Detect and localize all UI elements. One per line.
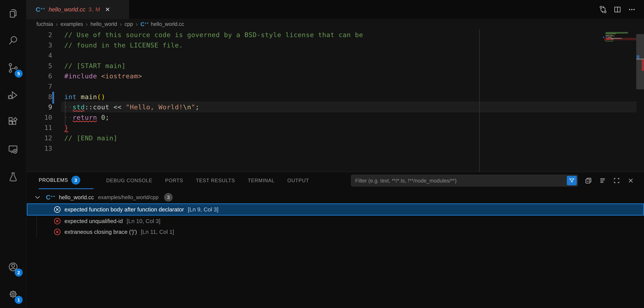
minimap-line	[604, 40, 606, 40]
breadcrumb-item-fuchsia[interactable]: fuchsia	[36, 21, 53, 27]
code-token: <iostream>	[101, 72, 142, 80]
code-line[interactable]: 9··std::cout << "Hello, World!\n";	[26, 102, 610, 112]
activity-item-search[interactable]	[0, 27, 26, 54]
activity-badge: 1	[15, 296, 23, 304]
file-name: hello_world.cc	[59, 194, 94, 200]
error-icon	[54, 206, 61, 213]
panel-tab-test-results[interactable]: TEST RESULTS	[196, 172, 235, 189]
view-as-list-icon[interactable]	[599, 177, 606, 184]
problem-row[interactable]: extraneous closing brace ('}')[Ln 11, Co…	[27, 227, 644, 237]
problem-message: expected function body after function de…	[64, 206, 184, 213]
minimap-line	[611, 39, 613, 40]
code-line[interactable]: 4	[26, 50, 610, 60]
debug-icon	[8, 90, 18, 101]
code-token: // Use of this source code is governed b…	[64, 31, 363, 38]
code-line[interactable]: 5// [START main]	[26, 60, 610, 71]
maximize-panel-icon[interactable]	[613, 177, 620, 184]
code-line[interactable]: 3// found in the LICENSE file.	[26, 40, 610, 50]
activity-item-settings[interactable]: 1	[0, 281, 26, 308]
breadcrumb-item-hello-world[interactable]: hello_world	[90, 21, 117, 27]
code-token: // [END main]	[64, 134, 118, 142]
minimap-line	[606, 32, 628, 33]
panel-tab-label: TEST RESULTS	[196, 178, 235, 184]
activity-item-remote-explorer[interactable]	[0, 136, 26, 164]
panel-tab-debug-console[interactable]: DEBUG CONSOLE	[106, 172, 152, 189]
panel-tab-label: DEBUG CONSOLE	[106, 178, 152, 184]
code-line-content: ··std::cout << "Hello, World!\n";	[64, 102, 200, 112]
filter-icon[interactable]	[567, 176, 577, 185]
code-token	[97, 72, 101, 80]
code-token	[110, 103, 114, 111]
code-token: int	[64, 93, 77, 100]
panel-tab-ports[interactable]: PORTS	[165, 172, 183, 189]
code-token: // [START main]	[64, 62, 126, 70]
gutter-line-number: 9	[26, 102, 52, 112]
minimap-line	[606, 36, 609, 36]
activity-item-source-control[interactable]: 5	[0, 54, 26, 82]
open-changes-icon[interactable]	[599, 6, 607, 14]
collapse-all-icon[interactable]	[585, 177, 592, 184]
code-line[interactable]: 2// Use of this source code is governed …	[26, 30, 610, 40]
file-path: examples/hello_world/cpp	[98, 194, 158, 200]
problem-row[interactable]: expected function body after function de…	[27, 204, 644, 216]
activity-bar-bottom: 21	[0, 254, 26, 308]
breadcrumb: fuchsia›examples›hello_world›cpp›C++hell…	[26, 19, 644, 29]
code-token: \n	[183, 103, 191, 111]
code-line[interactable]: 8int main()	[26, 92, 610, 102]
code-line[interactable]: 13	[26, 143, 610, 154]
code-line[interactable]: 12// [END main]	[26, 133, 610, 143]
files-icon	[8, 8, 18, 19]
code-line[interactable]: 10··return 0;	[26, 112, 610, 122]
problem-location: [Ln 10, Col 3]	[127, 218, 160, 224]
breadcrumb-item-examples[interactable]: examples	[60, 21, 83, 27]
gutter-line-number: 5	[26, 60, 52, 71]
activity-item-extensions[interactable]	[0, 109, 26, 136]
gutter-line-number: 13	[26, 143, 52, 154]
filter-input[interactable]	[355, 175, 549, 186]
error-squiggle-token: std	[72, 102, 85, 112]
close-panel-icon[interactable]	[627, 177, 634, 184]
split-editor-icon[interactable]	[614, 6, 621, 14]
code-line[interactable]: 7	[26, 81, 610, 92]
chevron-down-icon[interactable]	[34, 194, 41, 200]
code-line[interactable]: 6#include <iostream>	[26, 71, 610, 81]
cpp-file-icon: C++	[46, 194, 56, 200]
more-actions-icon[interactable]	[628, 6, 636, 14]
activity-item-run-and-debug[interactable]	[0, 82, 26, 109]
minimap-line	[606, 37, 608, 38]
gutter-line-number: 12	[26, 133, 52, 143]
panel-tab-terminal[interactable]: TERMINAL	[248, 172, 274, 189]
tab-hello-world-cc[interactable]: C++ hello_world.cc 3, M ✕	[26, 0, 129, 19]
activity-item-explorer[interactable]	[0, 0, 26, 27]
gutter-line-number: 7	[26, 81, 52, 92]
remote-explorer-icon	[8, 144, 18, 156]
panel-header: PROBLEMS3DEBUG CONSOLEPORTSTEST RESULTST…	[26, 172, 644, 189]
panel-tab-output[interactable]: OUTPUT	[287, 172, 309, 189]
activity-item-accounts[interactable]: 2	[0, 254, 26, 281]
code-token: ··	[64, 103, 72, 111]
problem-row[interactable]: expected unqualified-id[Ln 10, Col 3]	[27, 216, 644, 226]
panel-tab-problems[interactable]: PROBLEMS3	[39, 172, 94, 189]
testing-icon	[8, 172, 18, 183]
close-tab-icon[interactable]: ✕	[105, 6, 110, 13]
code-editor[interactable]: 2// Use of this source code is governed …	[26, 29, 644, 172]
code-token: <<	[114, 103, 122, 111]
breadcrumb-item-hello-world-cc[interactable]: hello_world.cc	[151, 21, 184, 27]
breadcrumb-separator: ›	[86, 21, 88, 28]
activity-badge: 2	[15, 268, 23, 276]
problems-file-group[interactable]: C++hello_world.ccexamples/hello_world/cp…	[26, 192, 644, 203]
code-token	[97, 114, 101, 121]
panel-tab-badge: 3	[71, 176, 80, 184]
minimap-line	[610, 38, 622, 38]
code-line-content: #include <iostream>	[64, 71, 142, 81]
minimap-line	[606, 35, 613, 36]
editor-scrollbar[interactable]	[636, 29, 644, 172]
minimap[interactable]	[604, 29, 636, 172]
activity-item-testing[interactable]	[0, 164, 26, 191]
problem-message: expected unqualified-id	[64, 218, 123, 224]
error-icon	[54, 218, 61, 225]
code-line[interactable]: 11}	[26, 122, 610, 133]
gutter-line-number: 2	[26, 30, 52, 40]
indent-guide	[65, 101, 65, 125]
breadcrumb-item-cpp[interactable]: cpp	[124, 21, 133, 27]
